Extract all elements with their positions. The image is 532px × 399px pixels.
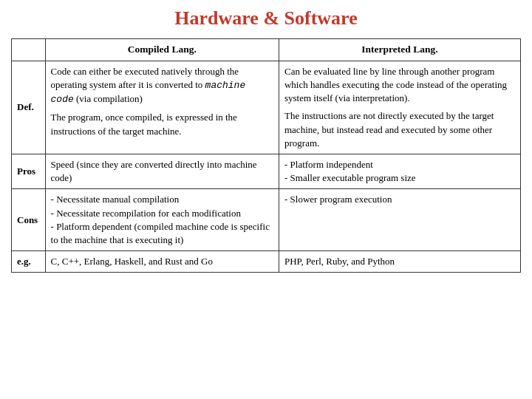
interpreted-cell: - Slower program execution (279, 189, 520, 251)
interpreted-cell: PHP, Perl, Ruby, and Python (279, 251, 520, 273)
compiled-cell: C, C++, Erlang, Haskell, and Rust and Go (45, 251, 279, 273)
row-label: Cons (12, 189, 46, 251)
compiled-cell: Speed (since they are converted directly… (45, 154, 279, 189)
header-interpreted: Interpreted Lang. (279, 39, 520, 61)
interpreted-cell: - Platform independent- Smaller executab… (279, 154, 520, 189)
table-row: Cons- Necessitate manual compilation- Ne… (12, 189, 521, 251)
header-label (12, 39, 46, 61)
table-row: Def.Code can either be executed natively… (12, 61, 521, 154)
row-label: Def. (12, 61, 46, 154)
header-compiled: Compiled Lang. (45, 39, 279, 61)
row-label: Pros (12, 154, 46, 189)
comparison-table: Compiled Lang. Interpreted Lang. Def.Cod… (11, 38, 521, 273)
page-title: Hardware & Software (174, 7, 357, 30)
interpreted-cell: Can be evaluated line by line through an… (279, 61, 520, 154)
compiled-cell: Code can either be executed natively thr… (45, 61, 279, 154)
table-row: e.g.C, C++, Erlang, Haskell, and Rust an… (12, 251, 521, 273)
table-row: ProsSpeed (since they are converted dire… (12, 154, 521, 189)
compiled-cell: - Necessitate manual compilation- Necess… (45, 189, 279, 251)
row-label: e.g. (12, 251, 46, 273)
